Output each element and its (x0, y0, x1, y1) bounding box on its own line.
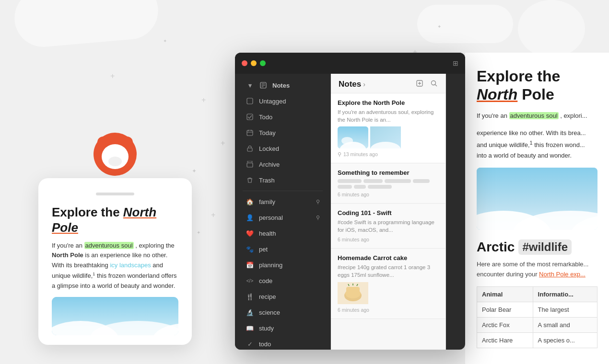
note-hero-image (477, 168, 597, 230)
note-content-intro: If you're an adventurous soul , explori.… (477, 111, 597, 121)
compose-icon[interactable] (416, 80, 423, 89)
close-button[interactable] (242, 60, 247, 66)
table-cell-info-2: A small and (533, 318, 597, 333)
untagged-icon (246, 97, 254, 105)
note-title-coding: Coding 101 - Swift (338, 209, 439, 216)
note-meta-north-pole: ⚲ 13 minutes ago (338, 151, 439, 157)
svg-rect-15 (247, 130, 253, 136)
mobile-preview-card: Explore the North Pole If you're an adve… (38, 178, 192, 345)
svg-rect-14 (247, 114, 253, 120)
table-row: Arctic Hare A species o... (477, 333, 597, 348)
svg-point-4 (108, 157, 122, 166)
note-item-remember[interactable]: Something to remember 6 minu (331, 163, 445, 204)
sidebar-item-personal[interactable]: 👤 personal ⚲ (238, 210, 328, 225)
food-thumb (338, 282, 368, 304)
wildlife-table: Animal Informatio... Polar Bear The larg… (477, 286, 597, 348)
mobile-card-title: Explore the North Pole (52, 205, 178, 235)
note-title-north-pole: Explore the North Pole (338, 99, 439, 106)
note-item-north-pole[interactable]: Explore the North Pole If you're an adve… (331, 93, 445, 163)
code-icon: </> (246, 276, 254, 285)
study-icon: 📖 (246, 324, 254, 332)
todo-icon (246, 113, 254, 121)
trash-icon (246, 176, 254, 184)
sidebar-item-notes[interactable]: ▾ Notes (238, 78, 328, 93)
window-titlebar: ⊞ (235, 53, 465, 74)
sidebar-notes-label: Notes (272, 82, 290, 89)
pin-icon: ⚲ (338, 151, 341, 157)
pet-icon: 🐾 (246, 245, 254, 253)
sidebar-item-science[interactable]: 🔬 science (238, 305, 328, 320)
note-thumb-2 (370, 126, 401, 148)
maximize-button[interactable] (260, 60, 266, 66)
note-preview-north-pole: If you're an adventurous soul, exploring… (338, 108, 439, 124)
sidebar-item-recipe[interactable]: 🍴 recipe (238, 289, 328, 304)
planning-icon: 📅 (246, 261, 254, 269)
window-controls: ⊞ (453, 59, 458, 67)
sidebar-planning-label: planning (259, 262, 320, 269)
sidebar-todo-label: Todo (259, 114, 320, 121)
sidebar-item-untagged[interactable]: Untagged (238, 93, 328, 109)
note-item-coding[interactable]: Coding 101 - Swift #code Swift is a prog… (331, 204, 445, 249)
notes-icon (259, 81, 268, 90)
note-images-north-pole (338, 126, 439, 148)
sidebar-item-archive[interactable]: Archive (238, 157, 328, 172)
notes-list-actions (416, 80, 438, 89)
sidebar-today-label: Today (259, 129, 320, 136)
mobile-card-image (52, 297, 178, 335)
minimize-button[interactable] (251, 60, 257, 66)
note-section-body: Here are some of the most remarkable... … (477, 260, 597, 280)
sidebar-item-locked[interactable]: Locked (238, 141, 328, 156)
sidebar-study-label: study (259, 325, 320, 332)
svg-rect-20 (247, 163, 253, 167)
sidebar-item-code[interactable]: </> code (238, 273, 328, 288)
sidebar-locked-label: Locked (259, 145, 320, 152)
note-preview-coding: #code Swift is a programming language fo… (338, 218, 439, 234)
sidebar-recipe-label: recipe (259, 293, 320, 300)
archive-icon (246, 160, 254, 169)
recipe-icon: 🍴 (246, 292, 254, 301)
mobile-card-body: If you're an adventurous soul , explorin… (52, 241, 178, 291)
note-content-panel: Explore the North Pole If you're an adve… (465, 53, 609, 364)
note-thumb-1 (338, 126, 368, 148)
svg-point-2 (121, 136, 133, 148)
sidebar: ▾ Notes Untagged (235, 74, 331, 350)
filter-icon[interactable]: ⊞ (453, 59, 458, 67)
table-header-info: Informatio... (533, 287, 597, 302)
sidebar-item-todo-tag[interactable]: ✓ todo (238, 336, 328, 350)
svg-point-1 (97, 136, 109, 148)
sidebar-item-todo[interactable]: Todo (238, 109, 328, 125)
sidebar-archive-label: Archive (259, 161, 320, 168)
sidebar-item-family[interactable]: 🏠 family ⚲ (238, 194, 328, 209)
table-row: Polar Bear The largest (477, 302, 597, 318)
note-images-carrot (338, 282, 439, 304)
sidebar-divider (243, 191, 323, 191)
science-icon: 🔬 (246, 308, 254, 317)
notes-dropdown-chevron[interactable]: › (363, 80, 365, 88)
health-icon: ❤️ (246, 229, 254, 238)
svg-rect-37 (346, 287, 360, 295)
table-row: Arctic Fox A small and (477, 318, 597, 333)
sidebar-item-planning[interactable]: 📅 planning (238, 257, 328, 273)
search-icon[interactable] (430, 80, 438, 89)
sidebar-item-health[interactable]: ❤️ health (238, 226, 328, 241)
note-section-heading: Arctic #wildlife (477, 239, 597, 255)
svg-point-31 (341, 137, 353, 145)
sidebar-untagged-label: Untagged (259, 98, 320, 105)
note-content-title: Explore the North Pole (477, 67, 597, 104)
todo-tag-icon: ✓ (246, 340, 254, 348)
sidebar-item-trash[interactable]: Trash (238, 172, 328, 188)
today-icon (246, 128, 254, 137)
sidebar-health-label: health (259, 230, 320, 237)
chevron-icon: ▾ (246, 81, 254, 90)
sidebar-item-today[interactable]: Today (238, 125, 328, 140)
sidebar-todo-tag-label: todo (259, 341, 320, 348)
table-cell-info-1: The largest (533, 302, 597, 318)
sidebar-item-study[interactable]: 📖 study (238, 320, 328, 336)
sidebar-item-pet[interactable]: 🐾 pet (238, 241, 328, 257)
blurred-preview (338, 179, 439, 189)
table-cell-animal-1: Polar Bear (477, 302, 533, 318)
note-content-body: experience like no other. With its brea.… (477, 128, 597, 161)
note-item-carrot[interactable]: Homemade Carrot cake #recipe 140g grated… (331, 249, 445, 318)
table-cell-animal-3: Arctic Hare (477, 333, 533, 348)
window-body: ▾ Notes Untagged (235, 74, 465, 350)
